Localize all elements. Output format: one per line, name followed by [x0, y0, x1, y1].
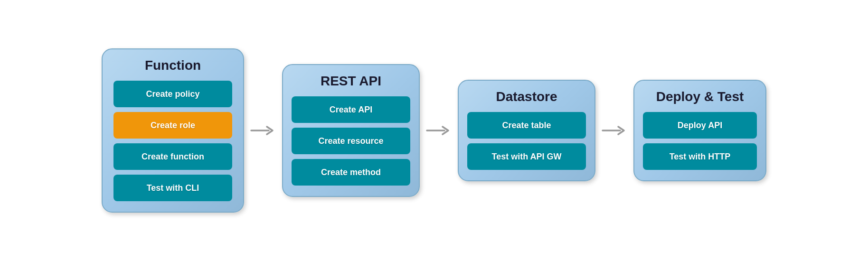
- test-with-http-button[interactable]: Test with HTTP: [643, 143, 757, 170]
- deploy-api-button[interactable]: Deploy API: [643, 112, 757, 139]
- create-method-button[interactable]: Create method: [292, 159, 410, 186]
- create-table-button[interactable]: Create table: [467, 112, 586, 139]
- function-panel: Function Create policy Create role Creat…: [102, 48, 244, 213]
- arrow-3: [600, 116, 629, 145]
- test-with-cli-button[interactable]: Test with CLI: [113, 175, 232, 201]
- arrow-1: [249, 116, 277, 145]
- deploy-test-panel-title: Deploy & Test: [656, 89, 744, 104]
- function-panel-title: Function: [145, 58, 201, 73]
- workflow-diagram: Function Create policy Create role Creat…: [83, 39, 785, 222]
- datastore-panel-title: Datastore: [496, 89, 557, 104]
- arrow-2: [425, 116, 453, 145]
- create-resource-button[interactable]: Create resource: [292, 128, 410, 154]
- datastore-panel: Datastore Create table Test with API GW: [458, 80, 595, 181]
- rest-api-panel: REST API Create API Create resource Crea…: [282, 64, 420, 197]
- create-policy-button[interactable]: Create policy: [113, 81, 232, 107]
- deploy-test-panel: Deploy & Test Deploy API Test with HTTP: [633, 80, 766, 181]
- create-function-button[interactable]: Create function: [113, 143, 232, 170]
- rest-api-panel-title: REST API: [321, 74, 381, 89]
- test-with-api-gw-button[interactable]: Test with API GW: [467, 143, 586, 170]
- create-api-button[interactable]: Create API: [292, 96, 410, 123]
- create-role-button[interactable]: Create role: [113, 112, 232, 139]
